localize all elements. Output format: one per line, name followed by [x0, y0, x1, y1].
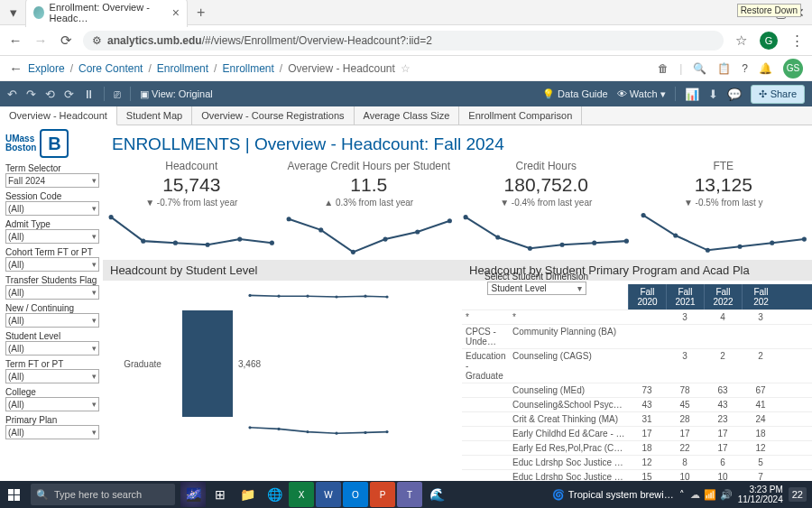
user-avatar[interactable]: GS — [783, 59, 803, 79]
refresh-icon[interactable]: ⟳ — [64, 88, 74, 101]
data-guide-button[interactable]: 💡 Data Guide — [542, 88, 608, 100]
cortana-icon[interactable]: 🌌 — [180, 482, 206, 507]
task-view-icon[interactable]: ⊞ — [208, 482, 233, 507]
filter-select[interactable]: (All) — [5, 425, 99, 439]
back-icon[interactable]: ← — [7, 32, 23, 48]
table-header[interactable]: Fall 202 — [742, 284, 780, 309]
watch-button[interactable]: 👁 Watch ▾ — [617, 88, 666, 100]
kpi-card[interactable]: FTE 13,125 ▼ -0.5% from last y — [635, 160, 813, 258]
chrome-icon[interactable]: 🌐 — [262, 482, 287, 507]
breadcrumb-item[interactable]: Explore — [28, 62, 65, 75]
table-row[interactable]: Early Childhd Ed &Care - PhD17171718 — [462, 426, 812, 440]
news-widget[interactable]: 🌀 Tropical system brewi… — [552, 489, 674, 501]
table-row[interactable]: Educ Ldrshp Soc Justice (MEd)1510107 — [462, 469, 812, 480]
search-icon[interactable]: 🔍 — [693, 62, 706, 75]
close-icon[interactable]: × — [172, 5, 180, 20]
program-table[interactable]: Fall 2020 Fall 2021 Fall 2022 Fall 202 *… — [462, 284, 812, 480]
filter-select[interactable]: (All) — [5, 397, 99, 411]
edge-icon[interactable]: 🌊 — [424, 482, 449, 507]
filter-select[interactable]: (All) — [5, 229, 99, 244]
clock[interactable]: 3:23 PM 11/12/2024 — [738, 485, 783, 504]
bookmark-icon[interactable]: ☆ — [733, 32, 749, 49]
browser-tab[interactable]: Enrollment: Overview - Headc… × — [25, 0, 188, 27]
filter-select[interactable]: (All) — [5, 313, 99, 328]
redo-icon[interactable]: ↷ — [26, 88, 36, 101]
reload-icon[interactable]: ⟳ — [58, 32, 74, 49]
sheet-tab[interactable]: Overview - Course Registrations — [192, 106, 354, 125]
profile-avatar[interactable]: G — [760, 32, 778, 50]
teams-icon[interactable]: T — [397, 482, 422, 507]
revert-icon[interactable]: ⟲ — [45, 88, 55, 101]
onedrive-icon[interactable]: ☁ — [690, 489, 700, 501]
tab-dropdown-icon[interactable]: ▾ — [5, 5, 22, 21]
filter-select[interactable]: (All) — [5, 285, 99, 300]
notification-icon[interactable]: 22 — [789, 487, 807, 502]
trash-icon[interactable]: 🗑 — [658, 62, 669, 75]
pause-icon[interactable]: ⏸ — [83, 88, 95, 101]
breadcrumb-item[interactable]: Core Content — [78, 62, 143, 75]
device-icon[interactable]: ⎚ — [114, 88, 121, 101]
filter-select[interactable]: (All) — [5, 257, 99, 272]
dimension-select[interactable]: Student Level — [487, 282, 586, 295]
bell-icon[interactable]: 🔔 — [759, 62, 772, 75]
table-header[interactable]: Fall 2022 — [704, 284, 742, 309]
sheet-tab[interactable]: Enrollment Comparison — [459, 106, 582, 125]
filter-label: Cohort Term FT or PT — [5, 247, 99, 257]
excel-icon[interactable]: X — [289, 482, 314, 507]
start-button[interactable] — [0, 481, 27, 508]
filter-label: College — [5, 387, 99, 397]
breadcrumb-item[interactable]: Enrollment — [222, 62, 273, 75]
table-header[interactable]: Fall 2020 — [628, 284, 666, 309]
table-row[interactable]: Early Ed Res,Pol,Prac (CERT)18221712 — [462, 440, 812, 455]
wifi-icon[interactable]: 📶 — [704, 489, 716, 501]
table-row[interactable]: Educ Ldrshp Soc Justice (CAGS)12865 — [462, 455, 812, 469]
filter-select[interactable]: (All) — [5, 341, 99, 356]
powerpoint-icon[interactable]: P — [370, 482, 395, 507]
kpi-card[interactable]: Headcount 15,743 ▼ -0.7% from last year — [103, 160, 281, 258]
view-original[interactable]: ▣ View: Original — [140, 88, 213, 100]
kpi-card[interactable]: Credit Hours 180,752.0 ▼ -0.4% from last… — [457, 160, 635, 258]
table-row[interactable]: **343 — [462, 309, 812, 324]
filter-select[interactable]: (All) — [5, 201, 99, 216]
filter-label: Primary Plan — [5, 415, 99, 425]
kpi-value: 180,752.0 — [461, 174, 632, 196]
svg-point-10 — [415, 229, 420, 234]
kpi-card[interactable]: Average Credit Hours per Student 11.5 ▲ … — [281, 160, 458, 258]
outlook-icon[interactable]: O — [343, 482, 368, 507]
table-row[interactable]: Crit & Creat Thinking (MA)31282324 — [462, 411, 812, 426]
breadcrumb-back-icon[interactable]: ← — [9, 60, 23, 76]
word-icon[interactable]: W — [316, 482, 341, 507]
list-icon[interactable]: 📋 — [717, 62, 731, 75]
forward-icon[interactable]: → — [32, 32, 49, 48]
file-explorer-icon[interactable]: 📁 — [235, 482, 260, 507]
sheet-tab[interactable]: Overview - Headcount — [0, 106, 117, 125]
kpi-value: 13,125 — [639, 174, 809, 196]
sheet-tab[interactable]: Average Class Size — [355, 106, 460, 125]
table-row[interactable]: Counseling&School Psych(PhD)43454341 — [462, 397, 812, 411]
table-header[interactable]: Fall 2021 — [666, 284, 704, 309]
filter-select[interactable]: Fall 2024 — [5, 173, 99, 188]
menu-icon[interactable]: ⋮ — [789, 32, 805, 49]
comment-icon[interactable]: 💬 — [727, 88, 742, 101]
help-icon[interactable]: ? — [742, 62, 748, 75]
metrics-icon[interactable]: 📊 — [685, 88, 699, 101]
table-row[interactable]: Education - GraduateCounseling (CAGS)322 — [462, 348, 812, 383]
filter-select[interactable]: (All) — [5, 369, 99, 383]
download-icon[interactable]: ⬇ — [708, 88, 718, 101]
taskbar-search[interactable]: 🔍 Type here to search — [31, 484, 175, 505]
kpi-label: Average Credit Hours per Student — [284, 160, 455, 172]
favorite-icon[interactable]: ☆ — [401, 62, 411, 75]
tray-chevron-icon[interactable]: ˄ — [679, 489, 685, 501]
undo-icon[interactable]: ↶ — [7, 88, 17, 101]
headcount-level-chart[interactable]: Graduate 3,468 — [103, 281, 462, 438]
table-row[interactable]: CPCS - Unde…Community Planning (BA) — [462, 324, 812, 348]
breadcrumb-item[interactable]: Enrollment — [157, 62, 208, 75]
site-settings-icon[interactable]: ⚙ — [92, 34, 102, 47]
share-button[interactable]: ✣ Share — [751, 85, 805, 104]
new-tab-button[interactable]: + — [191, 5, 210, 21]
address-bar[interactable]: ⚙ analytics.umb.edu/#/views/Enrollment/O… — [83, 31, 724, 51]
table-row[interactable]: Counseling (MEd)73786367 — [462, 383, 812, 397]
volume-icon[interactable]: 🔊 — [720, 489, 733, 501]
level-label: Graduate — [106, 290, 179, 438]
sheet-tab[interactable]: Student Map — [117, 106, 192, 125]
